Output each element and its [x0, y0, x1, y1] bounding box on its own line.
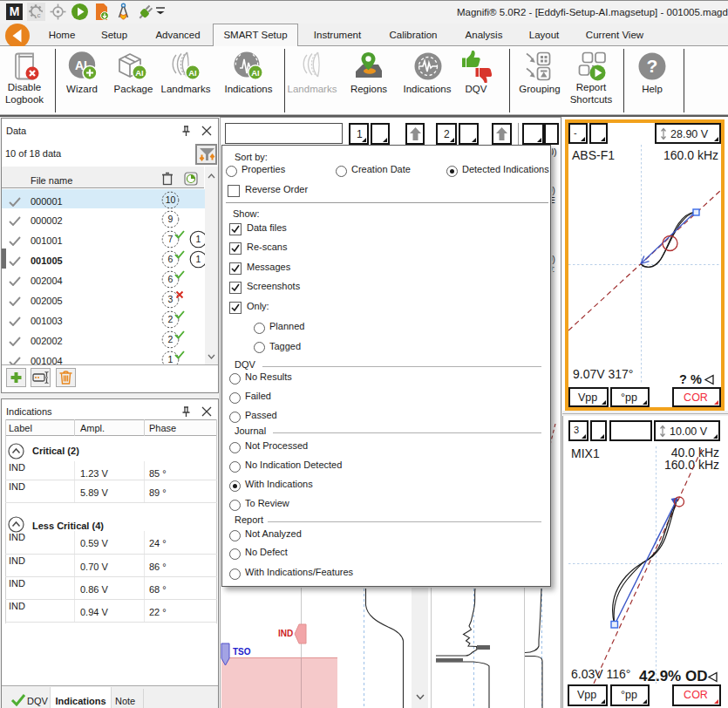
svg-text:1: 1 — [196, 234, 201, 244]
svg-text:2: 2 — [168, 334, 173, 344]
svg-text:7: 7 — [168, 234, 173, 244]
svg-text:AI: AI — [251, 68, 260, 78]
svg-text:1: 1 — [196, 254, 201, 264]
svg-text:6: 6 — [168, 274, 173, 284]
svg-text:1: 1 — [168, 354, 173, 364]
svg-text:c: c — [37, 11, 41, 19]
svg-text:?: ? — [647, 56, 658, 76]
svg-text:9: 9 — [168, 214, 173, 224]
svg-text:AI: AI — [188, 68, 197, 78]
svg-text:3: 3 — [168, 294, 173, 304]
svg-text:10: 10 — [166, 194, 176, 205]
svg-text:AI: AI — [135, 68, 144, 78]
svg-text:6: 6 — [168, 254, 173, 264]
svg-text:2: 2 — [168, 314, 173, 324]
